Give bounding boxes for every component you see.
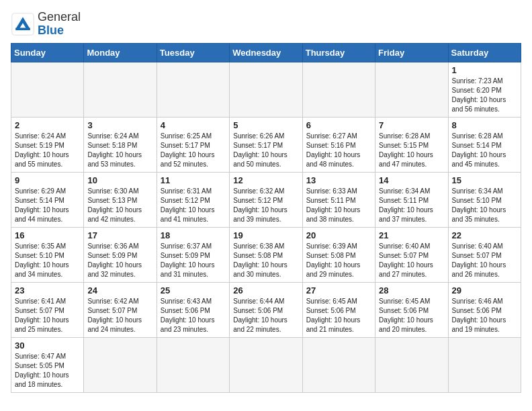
weekday-header-wednesday: Wednesday [230,43,302,62]
day-info: Sunrise: 6:42 AM Sunset: 5:07 PM Dayligh… [87,297,152,334]
calendar-cell: 28Sunrise: 6:45 AM Sunset: 5:06 PM Dayli… [375,282,448,337]
day-info: Sunrise: 6:47 AM Sunset: 5:05 PM Dayligh… [15,352,80,390]
calendar-cell: 23Sunrise: 6:41 AM Sunset: 5:07 PM Dayli… [11,282,84,337]
calendar-cell [448,337,521,392]
day-info: Sunrise: 6:26 AM Sunset: 5:17 PM Dayligh… [233,132,298,169]
day-number: 4 [161,120,226,130]
calendar-cell [84,337,157,392]
day-number: 13 [306,175,371,185]
weekday-header-row: SundayMondayTuesdayWednesdayThursdayFrid… [11,43,521,62]
calendar-cell: 18Sunrise: 6:37 AM Sunset: 5:09 PM Dayli… [157,227,229,282]
page-header: General Blue [11,11,521,38]
day-info: Sunrise: 6:39 AM Sunset: 5:08 PM Dayligh… [306,242,371,279]
calendar-cell: 21Sunrise: 6:40 AM Sunset: 5:07 PM Dayli… [375,227,448,282]
day-number: 16 [15,230,80,240]
day-number: 7 [379,120,444,130]
day-info: Sunrise: 6:41 AM Sunset: 5:07 PM Dayligh… [15,297,80,334]
day-number: 20 [306,230,371,240]
calendar-cell [230,62,302,117]
day-info: Sunrise: 6:46 AM Sunset: 5:06 PM Dayligh… [452,297,517,334]
calendar-cell: 4Sunrise: 6:25 AM Sunset: 5:17 PM Daylig… [157,117,229,172]
calendar-cell: 20Sunrise: 6:39 AM Sunset: 5:08 PM Dayli… [302,227,375,282]
day-number: 2 [15,120,80,130]
weekday-header-saturday: Saturday [448,43,521,62]
calendar-cell: 11Sunrise: 6:31 AM Sunset: 5:12 PM Dayli… [157,172,229,227]
calendar-cell [375,337,448,392]
calendar-cell [302,337,375,392]
calendar-week-3: 9Sunrise: 6:29 AM Sunset: 5:14 PM Daylig… [11,172,521,227]
day-number: 27 [306,285,371,295]
day-number: 10 [87,175,152,185]
calendar-cell [302,62,375,117]
calendar-cell: 22Sunrise: 6:40 AM Sunset: 5:07 PM Dayli… [448,227,521,282]
day-info: Sunrise: 6:40 AM Sunset: 5:07 PM Dayligh… [379,242,444,279]
calendar-cell: 12Sunrise: 6:32 AM Sunset: 5:12 PM Dayli… [230,172,302,227]
calendar-cell: 27Sunrise: 6:45 AM Sunset: 5:06 PM Dayli… [302,282,375,337]
calendar-cell [157,62,229,117]
day-number: 14 [379,175,444,185]
calendar-cell: 19Sunrise: 6:38 AM Sunset: 5:08 PM Dayli… [230,227,302,282]
calendar-cell: 15Sunrise: 6:34 AM Sunset: 5:10 PM Dayli… [448,172,521,227]
weekday-header-friday: Friday [375,43,448,62]
day-info: Sunrise: 6:31 AM Sunset: 5:12 PM Dayligh… [161,187,226,224]
day-number: 30 [15,340,80,351]
day-number: 18 [161,230,226,240]
logo-blue: Blue [38,24,64,37]
day-info: Sunrise: 6:29 AM Sunset: 5:14 PM Dayligh… [15,187,80,224]
day-number: 25 [161,285,226,295]
calendar-cell: 13Sunrise: 6:33 AM Sunset: 5:11 PM Dayli… [302,172,375,227]
calendar-cell [375,62,448,117]
calendar-cell: 10Sunrise: 6:30 AM Sunset: 5:13 PM Dayli… [84,172,157,227]
day-info: Sunrise: 6:45 AM Sunset: 5:06 PM Dayligh… [379,297,444,334]
calendar-cell: 29Sunrise: 6:46 AM Sunset: 5:06 PM Dayli… [448,282,521,337]
day-info: Sunrise: 6:32 AM Sunset: 5:12 PM Dayligh… [233,187,298,224]
day-info: Sunrise: 6:38 AM Sunset: 5:08 PM Dayligh… [233,242,298,279]
day-info: Sunrise: 6:40 AM Sunset: 5:07 PM Dayligh… [452,242,517,279]
calendar-week-6: 30Sunrise: 6:47 AM Sunset: 5:05 PM Dayli… [11,337,521,392]
calendar-cell: 30Sunrise: 6:47 AM Sunset: 5:05 PM Dayli… [11,337,84,392]
calendar-cell [230,337,302,392]
day-info: Sunrise: 6:34 AM Sunset: 5:11 PM Dayligh… [379,187,444,224]
day-info: Sunrise: 6:24 AM Sunset: 5:19 PM Dayligh… [15,132,80,169]
calendar-cell: 9Sunrise: 6:29 AM Sunset: 5:14 PM Daylig… [11,172,84,227]
day-number: 28 [379,285,444,295]
weekday-header-thursday: Thursday [302,43,375,62]
day-info: Sunrise: 7:23 AM Sunset: 6:20 PM Dayligh… [452,77,517,114]
day-number: 26 [233,285,298,295]
svg-rect-3 [15,28,30,30]
day-number: 8 [452,120,517,130]
calendar-cell: 16Sunrise: 6:35 AM Sunset: 5:10 PM Dayli… [11,227,84,282]
calendar-cell [11,62,84,117]
day-number: 22 [452,230,517,240]
calendar-cell: 8Sunrise: 6:28 AM Sunset: 5:14 PM Daylig… [448,117,521,172]
day-info: Sunrise: 6:34 AM Sunset: 5:10 PM Dayligh… [452,187,517,224]
day-number: 1 [452,65,517,75]
day-number: 15 [452,175,517,185]
day-number: 19 [233,230,298,240]
calendar-cell: 24Sunrise: 6:42 AM Sunset: 5:07 PM Dayli… [84,282,157,337]
day-number: 9 [15,175,80,185]
weekday-header-tuesday: Tuesday [157,43,229,62]
day-number: 23 [15,285,80,295]
day-number: 6 [306,120,371,130]
day-number: 21 [379,230,444,240]
calendar-cell: 25Sunrise: 6:43 AM Sunset: 5:06 PM Dayli… [157,282,229,337]
day-info: Sunrise: 6:37 AM Sunset: 5:09 PM Dayligh… [161,242,226,279]
calendar-cell [84,62,157,117]
calendar-week-4: 16Sunrise: 6:35 AM Sunset: 5:10 PM Dayli… [11,227,521,282]
day-info: Sunrise: 6:43 AM Sunset: 5:06 PM Dayligh… [161,297,226,334]
day-info: Sunrise: 6:44 AM Sunset: 5:06 PM Dayligh… [233,297,298,334]
logo-icon [11,12,35,36]
logo-general: General [38,10,81,24]
day-info: Sunrise: 6:28 AM Sunset: 5:14 PM Dayligh… [452,132,517,169]
calendar-week-1: 1Sunrise: 7:23 AM Sunset: 6:20 PM Daylig… [11,62,521,117]
day-info: Sunrise: 6:36 AM Sunset: 5:09 PM Dayligh… [87,242,152,279]
calendar-cell [157,337,229,392]
day-info: Sunrise: 6:27 AM Sunset: 5:16 PM Dayligh… [306,132,371,169]
calendar-cell: 26Sunrise: 6:44 AM Sunset: 5:06 PM Dayli… [230,282,302,337]
logo: General Blue [11,11,81,38]
day-info: Sunrise: 6:30 AM Sunset: 5:13 PM Dayligh… [87,187,152,224]
calendar-cell: 2Sunrise: 6:24 AM Sunset: 5:19 PM Daylig… [11,117,84,172]
calendar-cell: 14Sunrise: 6:34 AM Sunset: 5:11 PM Dayli… [375,172,448,227]
day-number: 17 [87,230,152,240]
